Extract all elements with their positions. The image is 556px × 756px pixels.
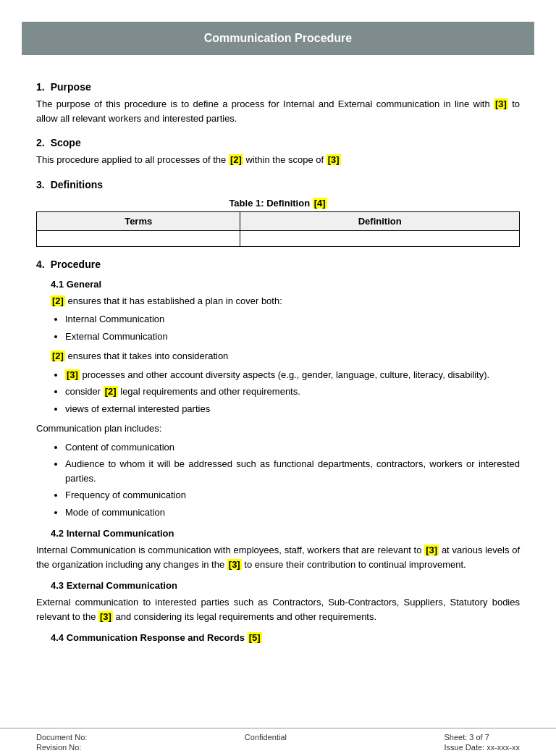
list-item: External Communication (65, 329, 520, 344)
general-ref2: [2] (51, 350, 65, 361)
list-item: Frequency of communication (65, 488, 520, 503)
comm-plan-list: Content of communication Audience to who… (65, 440, 520, 520)
section-external-comm-title: 4.3 External Communication (51, 580, 520, 591)
table-caption-ref: [4] (313, 198, 327, 209)
section-definitions-label: Definitions (51, 179, 103, 190)
section-purpose-title: 1. Purpose (36, 81, 520, 93)
rev-no-label: Revision No: (36, 743, 87, 752)
general-ref1: [2] (51, 295, 65, 306)
section-internal-comm-title: 4.2 Internal Communication (51, 528, 520, 539)
external-ref1: [3] (98, 611, 113, 622)
purpose-ref1: [3] (494, 98, 508, 109)
section-definitions-title: 3. Definitions (36, 179, 520, 190)
general-list2: [3] processes and other account diversit… (65, 368, 520, 416)
section-purpose-text: The purpose of this procedure is to defi… (36, 97, 520, 125)
col-definition: Definition (240, 211, 520, 230)
bullet2-ref: [3] (65, 369, 80, 380)
list-item: Content of communication (65, 440, 520, 455)
table-cell-term (37, 230, 240, 246)
section-general-title: 4.1 General (51, 279, 520, 290)
footer-right: Sheet: 3 of 7 Issue Date: xx-xxx-xx (444, 733, 520, 752)
internal-ref1: [3] (424, 545, 439, 555)
page: Communication Procedure 1. Purpose The p… (0, 0, 556, 756)
internal-comm-text: Internal Communication is communication … (36, 543, 520, 571)
table-row (37, 230, 520, 246)
section-definitions-number: 3. (36, 179, 45, 190)
list-item: Audience to whom it will be addressed su… (65, 457, 520, 485)
section-scope-label: Scope (51, 137, 81, 148)
page-content: 1. Purpose The purpose of this procedure… (0, 62, 556, 728)
section-scope-title: 2. Scope (36, 137, 520, 148)
internal-ref2: [3] (227, 559, 242, 570)
external-comm-text: External communication to interested par… (36, 595, 520, 623)
footer-center: Confidential (245, 733, 287, 742)
scope-ref2: [3] (327, 154, 341, 165)
page-footer: Document No: Revision No: Confidential S… (0, 728, 556, 756)
sheet-label: Sheet: 3 of 7 (444, 733, 520, 742)
footer-left: Document No: Revision No: (36, 733, 87, 752)
section-procedure-label: Procedure (51, 259, 101, 270)
confidential-label: Confidential (245, 733, 287, 742)
list-item: Mode of communication (65, 505, 520, 520)
list-item: [3] processes and other account diversit… (65, 368, 520, 382)
section-purpose-label: Purpose (51, 81, 91, 93)
page-header: Communication Procedure (22, 22, 534, 55)
comm-response-ref: [5] (248, 632, 262, 643)
list-item: consider [2] legal requirements and othe… (65, 385, 520, 399)
doc-no-label: Document No: (36, 733, 87, 742)
section-procedure-title: 4. Procedure (36, 259, 520, 270)
header-title: Communication Procedure (204, 32, 352, 44)
table-cell-definition (240, 230, 520, 246)
general-para2: [2] ensures that it takes into considera… (51, 349, 520, 364)
section-purpose-number: 1. (36, 81, 45, 93)
bullet3-ref: [2] (104, 386, 118, 397)
list-item: views of external interested parties (65, 402, 520, 416)
general-para1: [2] ensures that it has established a pl… (51, 294, 520, 308)
scope-ref1: [2] (229, 154, 243, 165)
definitions-table: Terms Definition (36, 211, 520, 247)
table-caption: Table 1: Definition [4] (36, 198, 520, 209)
issue-date-label: Issue Date: xx-xxx-xx (444, 743, 520, 752)
col-terms: Terms (37, 211, 240, 230)
section-comm-response-title: 4.4 Communication Response and Records [… (51, 632, 520, 643)
comm-plan-label: Communication plan includes: (36, 421, 520, 436)
section-scope-number: 2. (36, 137, 45, 148)
general-list1: Internal Communication External Communic… (65, 312, 520, 343)
section-procedure-number: 4. (36, 259, 45, 270)
list-item: Internal Communication (65, 312, 520, 327)
section-scope-text: This procedure applied to all processes … (36, 153, 520, 167)
